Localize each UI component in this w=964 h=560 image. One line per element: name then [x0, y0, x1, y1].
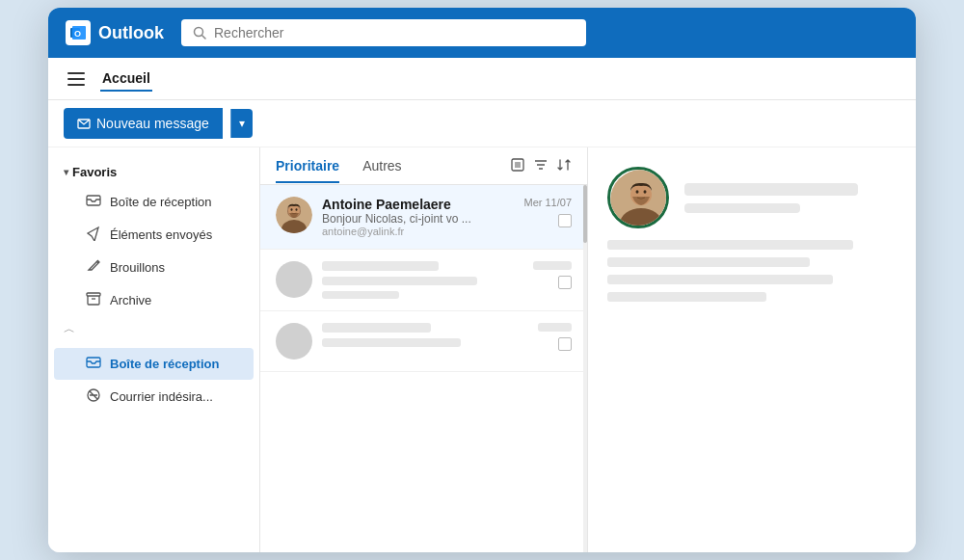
- svg-point-20: [296, 208, 298, 210]
- skeleton-avatar: [276, 261, 312, 298]
- search-input[interactable]: [214, 25, 575, 40]
- svg-text:O: O: [74, 29, 81, 39]
- email-checkbox[interactable]: [558, 214, 572, 227]
- expand-chevron[interactable]: ︿: [48, 317, 259, 341]
- reading-name-skel: [684, 183, 858, 196]
- skeleton-checkbox[interactable]: [558, 276, 572, 289]
- tab-autres[interactable]: Autres: [362, 158, 401, 183]
- drafts-icon: [85, 258, 102, 277]
- tab-prioritaire[interactable]: Prioritaire: [276, 158, 339, 183]
- email-date: Mer 11/07: [523, 197, 572, 208]
- select-all-icon[interactable]: [510, 157, 525, 176]
- skeleton-avatar: [276, 323, 312, 360]
- svg-line-4: [202, 36, 206, 40]
- email-content: Antoine Paemelaere Bonjour Nicolas, ci-j…: [322, 197, 514, 237]
- archive-icon: [85, 291, 102, 309]
- skeleton-lines: [322, 261, 516, 299]
- search-bar[interactable]: [181, 19, 586, 46]
- sidebar: ▾ Favoris Boîte de réception: [48, 147, 260, 552]
- junk-icon: [85, 387, 102, 406]
- svg-point-24: [644, 190, 647, 194]
- reading-line1: [607, 240, 853, 250]
- svg-point-23: [636, 190, 639, 194]
- inbox-active-icon: [85, 355, 102, 373]
- outlook-window: O Outlook Accueil Nouveau message: [48, 8, 916, 552]
- sidebar-item-drafts[interactable]: Brouillons: [54, 252, 254, 283]
- compose-icon: [77, 117, 91, 130]
- email-list-icons: [510, 157, 572, 184]
- email-sender: Antoine Paemelaere: [322, 197, 514, 212]
- new-message-button[interactable]: Nouveau message: [64, 108, 223, 139]
- svg-rect-8: [87, 358, 100, 367]
- search-icon: [193, 26, 206, 40]
- skeleton-row: [260, 311, 587, 372]
- scroll-thumb[interactable]: [583, 185, 587, 243]
- reading-pane: [588, 147, 916, 552]
- tab-accueil[interactable]: Accueil: [100, 67, 152, 92]
- email-item[interactable]: Antoine Paemelaere Bonjour Nicolas, ci-j…: [260, 185, 587, 250]
- skeleton-lines: [322, 323, 521, 347]
- email-list-tabs: Prioritaire Autres: [260, 147, 587, 185]
- sort-icon[interactable]: [556, 157, 572, 176]
- reading-line3: [607, 275, 833, 284]
- email-list-body: Antoine Paemelaere Bonjour Nicolas, ci-j…: [260, 185, 587, 552]
- reading-line4: [607, 292, 766, 302]
- email-list-pane: Prioritaire Autres: [260, 147, 588, 552]
- reading-line2: [607, 257, 810, 267]
- email-preview: Bonjour Nicolas, ci-joint vo ...: [322, 212, 514, 226]
- outlook-icon: O: [66, 20, 91, 45]
- scroll-track: [583, 185, 587, 552]
- app-title: Outlook: [98, 23, 164, 43]
- favorites-header[interactable]: ▾ Favoris: [48, 159, 259, 185]
- email-address: antoine@yalink.fr: [322, 226, 514, 237]
- svg-rect-6: [87, 196, 100, 205]
- app-logo: O Outlook: [66, 20, 164, 45]
- favorites-chevron: ▾: [64, 167, 68, 177]
- sidebar-item-inbox-fav[interactable]: Boîte de réception: [54, 186, 254, 218]
- reading-sender-avatar: [607, 167, 669, 228]
- sender-avatar: [276, 197, 312, 233]
- svg-rect-11: [515, 162, 521, 168]
- email-meta: Mer 11/07: [523, 197, 572, 227]
- new-message-dropdown[interactable]: ▾: [230, 109, 253, 138]
- reading-sub-skel: [684, 203, 800, 213]
- skeleton-row: [260, 250, 587, 311]
- action-row: Nouveau message ▾: [48, 100, 916, 147]
- svg-point-19: [291, 208, 293, 210]
- toolbar: Accueil: [48, 58, 916, 100]
- filter-icon[interactable]: [533, 157, 549, 176]
- svg-rect-7: [87, 293, 100, 296]
- skeleton-checkbox[interactable]: [558, 337, 572, 351]
- topbar: O Outlook: [48, 8, 916, 58]
- hamburger-button[interactable]: [64, 68, 89, 90]
- sidebar-item-inbox-active[interactable]: Boîte de réception: [54, 348, 254, 380]
- sidebar-item-archive[interactable]: Archive: [54, 284, 254, 316]
- sidebar-item-junk[interactable]: Courrier indésira...: [54, 381, 254, 413]
- sidebar-item-sent[interactable]: Éléments envoyés: [54, 219, 254, 251]
- sent-icon: [85, 226, 102, 244]
- inbox-icon: [85, 193, 102, 211]
- reading-avatar-row: [607, 167, 858, 228]
- main-content: ▾ Favoris Boîte de réception: [48, 147, 916, 552]
- reading-content-skels: [607, 240, 897, 302]
